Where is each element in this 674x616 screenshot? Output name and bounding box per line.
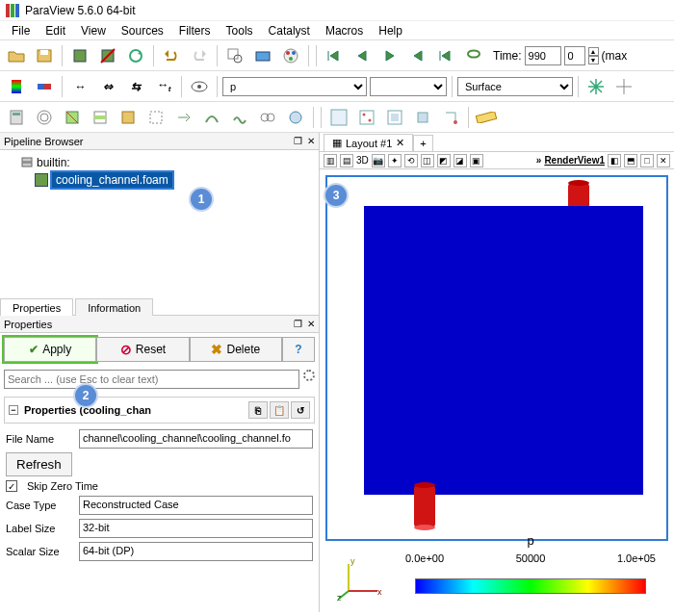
warp-icon[interactable] — [227, 105, 252, 130]
visibility-icon[interactable] — [187, 74, 212, 99]
slice-icon[interactable] — [88, 105, 113, 130]
scalar-bar-icon[interactable] — [4, 74, 29, 99]
render-view-label[interactable]: RenderView1 — [544, 155, 605, 166]
menu-tools[interactable]: Tools — [220, 22, 259, 39]
extract-icon[interactable] — [143, 105, 168, 130]
scalar-size-select[interactable]: 64-bit (DP) — [79, 542, 313, 561]
properties-search-input[interactable] — [4, 370, 299, 389]
redo-icon[interactable] — [187, 43, 212, 68]
axes-interact-icon[interactable] — [583, 74, 609, 99]
file-name-field[interactable]: channel\cooling_channel\cooling_channel.… — [79, 429, 313, 449]
copy-props-icon[interactable]: ⎘ — [248, 401, 268, 419]
calculator-icon[interactable] — [4, 105, 29, 130]
paste-props-icon[interactable]: 📋 — [270, 401, 289, 419]
view-misc1-icon[interactable]: ◫ — [421, 154, 434, 167]
ruler-icon[interactable] — [474, 105, 499, 130]
view-misc3-icon[interactable]: ◪ — [454, 154, 467, 167]
layout-tab-close-icon[interactable]: ✕ — [396, 137, 404, 149]
pipeline-server-row[interactable]: builtin: — [4, 154, 315, 171]
interactive-select-icon[interactable] — [438, 105, 463, 130]
center-marker-icon[interactable] — [611, 74, 636, 99]
frame-value-input[interactable] — [564, 46, 585, 65]
select-cells-icon[interactable] — [382, 105, 407, 130]
skip-zero-checkbox[interactable]: ✓ — [6, 480, 17, 492]
menu-sources[interactable]: Sources — [116, 22, 169, 39]
frame-spin-down[interactable]: ▼ — [588, 56, 599, 64]
layout-add-tab[interactable]: + — [413, 135, 432, 151]
find-data-icon[interactable] — [222, 43, 247, 68]
color-legend-bar[interactable] — [415, 578, 646, 594]
threshold-icon[interactable] — [116, 105, 141, 130]
glyph-icon[interactable] — [171, 105, 196, 130]
menu-filters[interactable]: Filters — [173, 22, 217, 39]
view-max-icon[interactable]: □ — [640, 154, 654, 167]
menu-help[interactable]: Help — [373, 22, 408, 39]
contour-icon[interactable] — [32, 105, 57, 130]
refresh-button[interactable]: Refresh — [6, 452, 72, 476]
tab-properties[interactable]: Properties — [0, 298, 73, 316]
menu-file[interactable]: File — [6, 22, 36, 39]
view-3d-label[interactable]: 3D — [356, 155, 369, 166]
vcr-first-icon[interactable] — [322, 43, 347, 68]
reset-button[interactable]: ⊘ Reset — [96, 337, 189, 362]
panel-dock-icon[interactable]: ❐ — [292, 319, 303, 330]
connect-icon[interactable] — [67, 43, 92, 68]
render-viewport[interactable]: y x z 0.0e+00 50000 1.0e+05 p — [320, 169, 674, 612]
case-type-select[interactable]: Reconstructed Case — [79, 496, 313, 515]
undo-icon[interactable] — [159, 43, 184, 68]
menu-catalyst[interactable]: Catalyst — [263, 22, 316, 39]
view-split-h-icon[interactable]: ◧ — [608, 154, 621, 167]
representation-select[interactable]: Surface — [457, 77, 573, 96]
split-h-icon[interactable]: ▥ — [324, 154, 337, 167]
vcr-last-icon[interactable] — [433, 43, 458, 68]
menu-macros[interactable]: Macros — [320, 22, 369, 39]
save-data-icon[interactable] — [32, 43, 57, 68]
pipeline-item-selected[interactable]: cooling_channel.foam — [4, 171, 315, 189]
time-value-input[interactable] — [525, 46, 561, 65]
layout-tab-1[interactable]: ▦ Layout #1 ✕ — [324, 134, 413, 151]
group-icon[interactable] — [255, 105, 280, 130]
select-points-icon[interactable] — [354, 105, 379, 130]
label-size-select[interactable]: 32-bit — [79, 519, 313, 538]
menu-edit[interactable]: Edit — [39, 22, 71, 39]
color-array-select[interactable]: p — [222, 77, 367, 96]
selection-display-icon[interactable] — [326, 105, 351, 130]
split-v-icon[interactable]: ▤ — [340, 154, 353, 167]
select-block-icon[interactable] — [410, 105, 435, 130]
open-file-icon[interactable] — [4, 43, 29, 68]
properties-section-header[interactable]: − Properties (cooling_chan ⎘ 📋 ↺ — [4, 397, 315, 424]
apply-button[interactable]: ✔ Apply — [4, 337, 96, 362]
vcr-play-icon[interactable] — [377, 43, 402, 68]
help-button[interactable]: ? — [282, 337, 315, 362]
vcr-next-icon[interactable] — [405, 43, 430, 68]
edit-colormap-icon[interactable] — [32, 74, 57, 99]
reset-props-icon[interactable]: ↺ — [291, 401, 310, 419]
rescale-time-icon[interactable]: ↔t — [151, 74, 176, 99]
view-misc2-icon[interactable]: ◩ — [437, 154, 451, 167]
tab-information[interactable]: Information — [75, 298, 153, 316]
screenshot-icon[interactable] — [250, 43, 275, 68]
view-close-icon[interactable]: ✕ — [657, 154, 670, 167]
disconnect-icon[interactable] — [95, 43, 120, 68]
pipeline-tree[interactable]: builtin: cooling_channel.foam — [0, 150, 319, 295]
view-axes-icon[interactable]: ✦ — [388, 154, 402, 167]
panel-dock-icon[interactable]: ❐ — [292, 136, 303, 147]
panel-close-icon[interactable]: ✕ — [305, 319, 317, 330]
extract-level-icon[interactable] — [283, 105, 308, 130]
vcr-loop-icon[interactable] — [461, 43, 486, 68]
rescale-icon[interactable]: ↔ — [67, 74, 92, 99]
delete-button[interactable]: ✖ Delete — [190, 337, 282, 362]
camera-icon[interactable]: 📷 — [372, 154, 385, 167]
rescale-visible-icon[interactable]: ⇆ — [123, 74, 148, 99]
view-reset-icon[interactable]: ⟲ — [404, 154, 418, 167]
advanced-toggle-icon[interactable] — [303, 370, 315, 381]
clip-icon[interactable] — [60, 105, 85, 130]
reload-icon[interactable] — [123, 43, 148, 68]
view-misc4-icon[interactable]: ▣ — [470, 154, 483, 167]
panel-close-icon[interactable]: ✕ — [305, 136, 317, 147]
rescale-custom-icon[interactable]: ⇔ — [95, 74, 120, 99]
frame-spin-up[interactable]: ▲ — [588, 47, 599, 56]
menu-view[interactable]: View — [75, 22, 112, 39]
color-palette-icon[interactable] — [278, 43, 303, 68]
view-split-v-icon[interactable]: ⬒ — [624, 154, 637, 167]
